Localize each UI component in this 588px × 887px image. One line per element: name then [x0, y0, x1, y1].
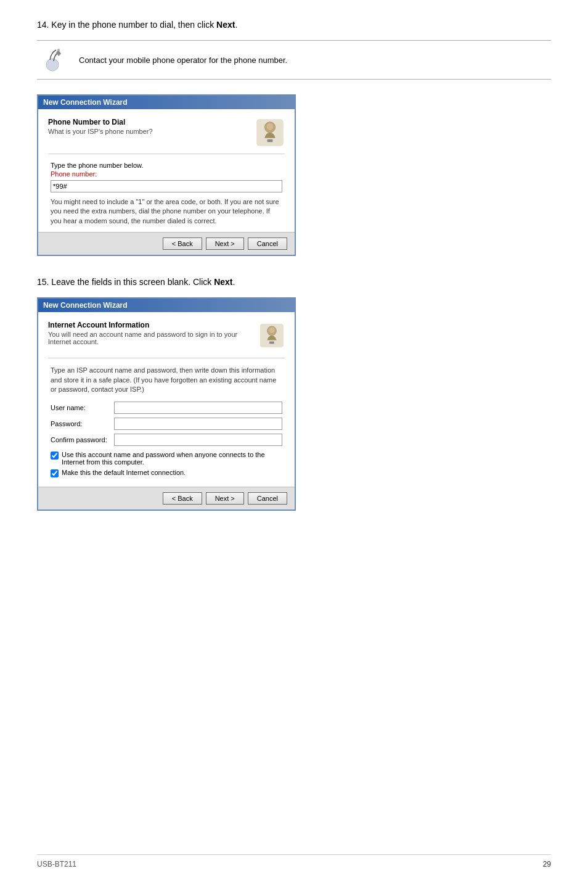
wizard-content-14: Type the phone number below. Phone numbe… [48, 162, 285, 226]
wizard-titlebar-15: New Connection Wizard [38, 299, 295, 312]
wizard-section-subtitle-15: You will need an account name and passwo… [48, 331, 259, 345]
phone-number-label: Phone number: [51, 170, 97, 178]
wizard-content-15: Type an ISP account name and password, t… [48, 366, 285, 477]
wizard-footer-14: < Back Next > Cancel [38, 232, 295, 255]
checkbox-2-label: Make this the default Internet connectio… [62, 469, 186, 476]
username-label: User name: [51, 404, 109, 411]
password-row: Password: [51, 418, 282, 430]
cancel-button-15[interactable]: Cancel [248, 492, 287, 505]
wizard-titlebar-14: New Connection Wizard [38, 96, 295, 109]
wizard-section-title-14: Phone Number to Dial [48, 118, 153, 126]
checkbox-row-2: Make this the default Internet connectio… [51, 469, 282, 477]
wizard-body-note-15: Type an ISP account name and password, t… [51, 366, 282, 394]
wizard-top-row-15: Internet Account Information You will ne… [48, 321, 285, 358]
confirm-password-input[interactable] [114, 434, 282, 446]
wizard-phone-icon-15 [259, 321, 285, 350]
cancel-button-14[interactable]: Cancel [248, 237, 287, 250]
username-input[interactable] [114, 402, 282, 414]
step-14-heading: 14. Key in the phone number to dial, the… [37, 19, 551, 31]
next-button-14[interactable]: Next > [206, 237, 244, 250]
svg-point-0 [46, 59, 59, 71]
password-input[interactable] [114, 418, 282, 430]
wizard-title-area-15: Internet Account Information You will ne… [48, 321, 259, 352]
step-14-info-text: Contact your mobile phone operator for t… [79, 56, 287, 65]
phone-number-input[interactable] [51, 180, 282, 192]
checkbox-1-label: Use this account name and password when … [62, 451, 282, 466]
wizard-note-14: You might need to include a "1" or the a… [51, 197, 282, 226]
checkbox-2[interactable] [51, 469, 59, 477]
confirm-password-label: Confirm password: [51, 436, 109, 444]
confirm-password-row: Confirm password: [51, 434, 282, 446]
step-15-section: 15. Leave the fields in this screen blan… [37, 276, 551, 511]
next-button-15[interactable]: Next > [206, 492, 244, 505]
wizard-title-area-14: Phone Number to Dial What is your ISP's … [48, 118, 153, 141]
step-15-heading: 15. Leave the fields in this screen blan… [37, 276, 551, 289]
wizard-section-title-15: Internet Account Information [48, 321, 259, 329]
checkbox-1[interactable] [51, 452, 59, 460]
wizard-dialog-14: New Connection Wizard Phone Number to Di… [37, 94, 296, 256]
wizard-body-14: Phone Number to Dial What is your ISP's … [38, 109, 295, 232]
svg-point-7 [269, 328, 275, 334]
phone-number-label-row: Phone number: [51, 170, 282, 178]
wizard-dialog-15: New Connection Wizard Internet Account I… [37, 297, 296, 511]
phone-type-label: Type the phone number below. [51, 162, 282, 169]
wizard-phone-icon-14 [255, 118, 285, 147]
antenna-icon [44, 47, 70, 73]
wizard-footer-15: < Back Next > Cancel [38, 487, 295, 510]
svg-point-1 [57, 49, 60, 51]
checkbox-row-1: Use this account name and password when … [51, 451, 282, 466]
wizard-section-subtitle-14: What is your ISP's phone number? [48, 128, 153, 135]
svg-point-4 [267, 123, 274, 130]
wizard-top-row-14: Phone Number to Dial What is your ISP's … [48, 118, 285, 154]
username-row: User name: [51, 402, 282, 414]
wizard-body-15: Internet Account Information You will ne… [38, 312, 295, 487]
footer-product: USB-BT211 [37, 860, 76, 868]
back-button-15[interactable]: < Back [163, 492, 202, 505]
back-button-14[interactable]: < Back [163, 237, 202, 250]
footer-page-number: 29 [543, 860, 551, 868]
step-14-info-box: Contact your mobile phone operator for t… [37, 40, 551, 80]
page-footer: USB-BT211 29 [37, 854, 551, 868]
password-label: Password: [51, 420, 109, 427]
step-14-section: 14. Key in the phone number to dial, the… [37, 19, 551, 256]
